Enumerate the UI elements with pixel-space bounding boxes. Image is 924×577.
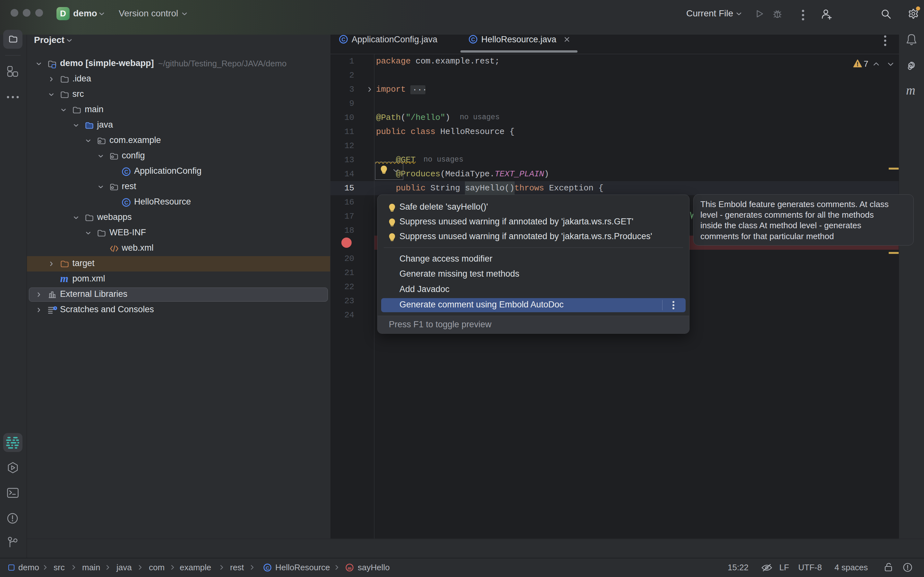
svg-text:C: C <box>124 169 128 175</box>
svg-text:C: C <box>124 200 128 206</box>
svg-text:C: C <box>471 37 475 43</box>
svg-text:C: C <box>341 37 345 43</box>
svg-text:C: C <box>266 565 269 571</box>
svg-text:m: m <box>347 565 351 571</box>
